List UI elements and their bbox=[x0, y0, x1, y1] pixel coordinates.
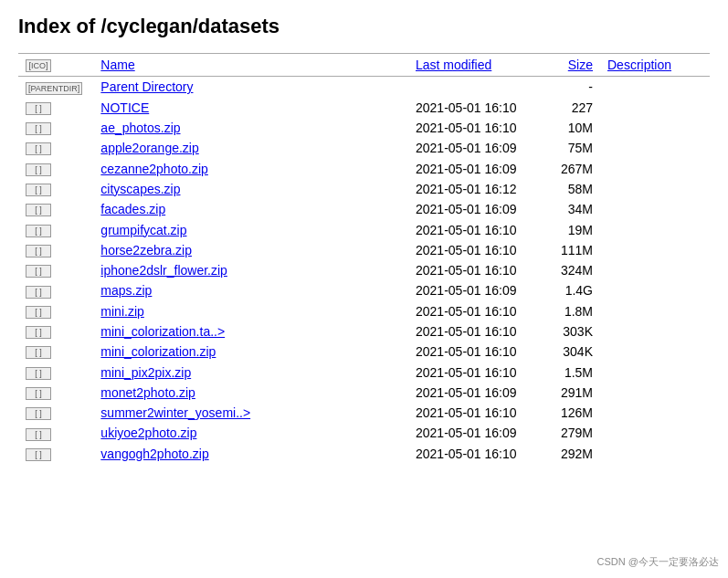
file-link[interactable]: ae_photos.zip bbox=[100, 121, 180, 135]
table-row: [ ]ukiyoe2photo.zip2021-05-01 16:09279M bbox=[18, 423, 710, 443]
file-icon-cell: [PARENTDIR] bbox=[18, 77, 93, 98]
file-size-cell: 19M bbox=[545, 219, 600, 239]
file-name-cell[interactable]: mini_colorization.zip bbox=[93, 342, 408, 362]
file-desc-cell bbox=[600, 260, 710, 280]
file-link[interactable]: iphone2dslr_flower.zip bbox=[100, 263, 227, 278]
header-name[interactable]: Name bbox=[93, 54, 408, 77]
file-name-cell[interactable]: cityscapes.zip bbox=[93, 179, 408, 199]
file-link[interactable]: Parent Directory bbox=[100, 79, 193, 94]
file-name-cell[interactable]: ae_photos.zip bbox=[93, 118, 408, 138]
header-description[interactable]: Description bbox=[600, 54, 710, 77]
file-modified-cell: 2021-05-01 16:10 bbox=[408, 321, 545, 342]
file-type-icon: [ ] bbox=[26, 407, 51, 420]
file-link[interactable]: cezanne2photo.zip bbox=[100, 162, 208, 176]
file-desc-cell bbox=[600, 383, 710, 403]
file-icon-cell: [ ] bbox=[18, 158, 93, 178]
file-link[interactable]: mini.zip bbox=[100, 304, 143, 319]
file-desc-cell bbox=[600, 179, 710, 199]
file-name-cell[interactable]: mini_colorization.ta..> bbox=[93, 321, 408, 342]
file-link[interactable]: summer2winter_yosemi..> bbox=[100, 405, 250, 420]
table-row: [ ]mini_colorization.ta..>2021-05-01 16:… bbox=[18, 321, 710, 342]
file-link[interactable]: mini_colorization.zip bbox=[100, 344, 216, 359]
file-desc-cell bbox=[600, 444, 710, 464]
file-desc-cell bbox=[600, 199, 710, 219]
table-row: [ ]apple2orange.zip2021-05-01 16:0975M bbox=[18, 138, 710, 158]
table-row: [ ]mini_pix2pix.zip2021-05-01 16:101.5M bbox=[18, 362, 710, 382]
size-sort-link[interactable]: Size bbox=[568, 58, 593, 72]
header-size[interactable]: Size bbox=[545, 54, 600, 77]
file-size-cell: 324M bbox=[545, 260, 600, 280]
ico-icon: [ICO] bbox=[26, 59, 51, 72]
file-icon-cell: [ ] bbox=[18, 321, 93, 342]
file-size-cell: 1.4G bbox=[545, 280, 600, 300]
desc-sort-link[interactable]: Description bbox=[607, 58, 671, 72]
file-name-cell[interactable]: NOTICE bbox=[93, 98, 408, 118]
file-link[interactable]: horse2zebra.zip bbox=[100, 243, 192, 257]
file-name-cell[interactable]: facades.zip bbox=[93, 199, 408, 219]
file-desc-cell bbox=[600, 219, 710, 239]
file-link[interactable]: grumpifycat.zip bbox=[100, 223, 186, 237]
file-type-icon: [ ] bbox=[26, 142, 51, 155]
file-name-cell[interactable]: cezanne2photo.zip bbox=[93, 158, 408, 178]
header-icon: [ICO] bbox=[18, 54, 93, 77]
file-size-cell: 58M bbox=[545, 179, 600, 199]
file-name-cell[interactable]: iphone2dslr_flower.zip bbox=[93, 260, 408, 280]
file-link[interactable]: cityscapes.zip bbox=[100, 182, 180, 196]
file-modified-cell: 2021-05-01 16:10 bbox=[408, 98, 545, 118]
file-link[interactable]: maps.zip bbox=[100, 283, 152, 298]
file-modified-cell: 2021-05-01 16:09 bbox=[408, 280, 545, 300]
file-modified-cell: 2021-05-01 16:10 bbox=[408, 118, 545, 138]
file-type-icon: [ ] bbox=[26, 245, 51, 257]
file-type-icon: [PARENTDIR] bbox=[26, 82, 82, 95]
file-modified-cell: 2021-05-01 16:10 bbox=[408, 260, 545, 280]
header-last-modified[interactable]: Last modified bbox=[408, 54, 545, 77]
file-name-cell[interactable]: horse2zebra.zip bbox=[93, 240, 408, 260]
file-desc-cell bbox=[600, 77, 710, 98]
file-modified-cell: 2021-05-01 16:10 bbox=[408, 403, 545, 423]
file-size-cell: 1.5M bbox=[545, 362, 600, 382]
table-row: [ ]maps.zip2021-05-01 16:091.4G bbox=[18, 280, 710, 300]
table-row: [ ]ae_photos.zip2021-05-01 16:1010M bbox=[18, 118, 710, 138]
file-modified-cell: 2021-05-01 16:10 bbox=[408, 362, 545, 382]
file-link[interactable]: NOTICE bbox=[100, 100, 149, 115]
file-type-icon: [ ] bbox=[26, 367, 51, 380]
modified-sort-link[interactable]: Last modified bbox=[416, 58, 491, 72]
file-modified-cell: 2021-05-01 16:10 bbox=[408, 219, 545, 239]
table-header-row: [ICO] Name Last modified Size Descriptio… bbox=[18, 54, 710, 77]
file-name-cell[interactable]: mini.zip bbox=[93, 301, 408, 321]
file-name-cell[interactable]: apple2orange.zip bbox=[93, 138, 408, 158]
file-name-cell[interactable]: Parent Directory bbox=[93, 77, 408, 98]
table-row: [ ]iphone2dslr_flower.zip2021-05-01 16:1… bbox=[18, 260, 710, 280]
file-link[interactable]: monet2photo.zip bbox=[100, 385, 195, 400]
file-type-icon: [ ] bbox=[26, 346, 51, 359]
file-icon-cell: [ ] bbox=[18, 260, 93, 280]
file-name-cell[interactable]: ukiyoe2photo.zip bbox=[93, 423, 408, 443]
file-icon-cell: [ ] bbox=[18, 362, 93, 382]
file-type-icon: [ ] bbox=[26, 204, 51, 216]
file-name-cell[interactable]: mini_pix2pix.zip bbox=[93, 362, 408, 382]
file-link[interactable]: mini_pix2pix.zip bbox=[100, 365, 191, 380]
file-icon-cell: [ ] bbox=[18, 280, 93, 300]
file-desc-cell bbox=[600, 342, 710, 362]
file-size-cell: 1.8M bbox=[545, 301, 600, 321]
name-sort-link[interactable]: Name bbox=[100, 58, 134, 72]
file-name-cell[interactable]: monet2photo.zip bbox=[93, 383, 408, 403]
file-size-cell: 279M bbox=[545, 423, 600, 443]
file-type-icon: [ ] bbox=[26, 448, 51, 461]
file-link[interactable]: ukiyoe2photo.zip bbox=[100, 426, 196, 440]
file-link[interactable]: facades.zip bbox=[100, 202, 165, 216]
file-link[interactable]: apple2orange.zip bbox=[100, 141, 198, 155]
file-size-cell: - bbox=[545, 77, 600, 98]
file-desc-cell bbox=[600, 423, 710, 443]
file-name-cell[interactable]: grumpifycat.zip bbox=[93, 219, 408, 239]
file-desc-cell bbox=[600, 240, 710, 260]
file-link[interactable]: mini_colorization.ta..> bbox=[100, 324, 225, 339]
file-name-cell[interactable]: vangogh2photo.zip bbox=[93, 444, 408, 464]
file-name-cell[interactable]: summer2winter_yosemi..> bbox=[93, 403, 408, 423]
file-icon-cell: [ ] bbox=[18, 342, 93, 362]
file-name-cell[interactable]: maps.zip bbox=[93, 280, 408, 300]
page-title: Index of /cyclegan/datasets bbox=[18, 15, 710, 38]
file-type-icon: [ ] bbox=[26, 286, 51, 299]
file-link[interactable]: vangogh2photo.zip bbox=[100, 447, 208, 461]
file-icon-cell: [ ] bbox=[18, 138, 93, 158]
